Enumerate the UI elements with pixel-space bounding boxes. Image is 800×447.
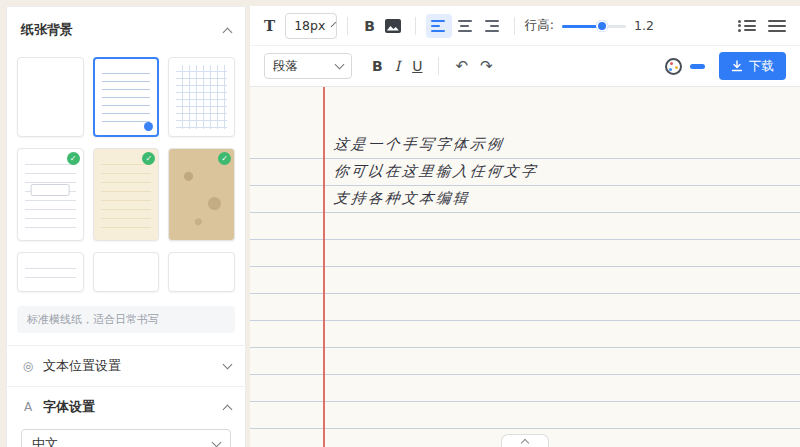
position-icon: ◎ [21, 359, 35, 373]
paper-thumb-partial-2[interactable] [93, 252, 160, 292]
app-root: 纸张背景 ✓ ✓ ✓ [0, 0, 800, 447]
divider [415, 17, 416, 35]
premium-badge-icon: ✓ [67, 152, 80, 165]
paper-thumb-cream[interactable]: ✓ [93, 148, 160, 241]
selected-dot-icon [144, 122, 153, 131]
paper-section-title: 纸张背景 [21, 21, 73, 39]
redo-button[interactable]: ↷ [474, 55, 499, 77]
premium-badge-icon: ✓ [142, 152, 155, 165]
download-icon [731, 60, 743, 72]
section-font-settings[interactable]: A 字体设置 [7, 386, 245, 427]
chevron-down-icon [335, 60, 345, 70]
sidebar: 纸张背景 ✓ ✓ ✓ [6, 6, 246, 447]
expand-panel-tab[interactable] [501, 434, 549, 447]
ruled-lines [250, 158, 800, 447]
bold-button[interactable]: B [366, 54, 389, 78]
editor-canvas[interactable]: 这是一个手写字体示例 你可以在这里输入任何文字 支持各种文本编辑 [250, 87, 800, 447]
paper-label-box [31, 184, 70, 196]
download-button[interactable]: 下载 [719, 52, 786, 80]
download-label: 下载 [749, 58, 774, 75]
paper-thumb-grid[interactable] [168, 57, 235, 137]
toolbar-row-2: 段落 B I U ↶ ↷ 下载 [250, 46, 800, 87]
paragraph-select-value: 段落 [273, 58, 298, 75]
undo-button[interactable]: ↶ [449, 55, 474, 77]
section-font-settings-label: 字体设置 [43, 398, 95, 416]
italic-button[interactable]: I [389, 54, 407, 78]
margin-line [323, 87, 325, 447]
chevron-up-icon [521, 439, 529, 447]
chevron-up-icon [223, 404, 233, 414]
paper-thumbnail-grid: ✓ ✓ ✓ [17, 57, 235, 292]
align-center-button[interactable] [452, 14, 478, 38]
paper-thumb-partial-1[interactable] [17, 252, 84, 292]
font-size-value: 18px [294, 18, 325, 33]
paper-section-header[interactable]: 纸张背景 [7, 7, 245, 45]
align-right-button[interactable] [478, 14, 504, 38]
section-text-position-label: 文本位置设置 [43, 357, 121, 375]
slider-knob[interactable] [596, 20, 608, 32]
font-size-select[interactable]: 18px [285, 13, 337, 39]
bullet-list-icon[interactable] [738, 18, 756, 34]
line-height-slider[interactable] [562, 20, 626, 32]
paper-thumb-lined-label[interactable]: ✓ [17, 148, 84, 241]
paper-thumb-lined-selected[interactable] [93, 57, 160, 137]
chevron-down-icon [212, 438, 222, 447]
language-select-value: 中文 [32, 435, 58, 447]
main-area: T 18px B 行高: 1.2 [250, 6, 800, 447]
chevron-down-icon [223, 360, 233, 370]
bold-button[interactable]: B [358, 14, 381, 38]
lined-paper-preview [102, 66, 151, 128]
grid-paper-preview [176, 65, 227, 129]
paper-thumb-blank[interactable] [17, 57, 84, 137]
paragraph-select[interactable]: 段落 [264, 53, 352, 79]
line-height-value: 1.2 [634, 18, 654, 33]
line-height-label: 行高: [525, 17, 554, 34]
paper-description: 标准横线纸，适合日常书写 [17, 306, 235, 333]
ordered-list-icon[interactable] [768, 18, 786, 34]
divider [438, 57, 439, 75]
handwritten-text-line[interactable]: 支持各种文本编辑 [332, 185, 471, 212]
font-icon: A [21, 400, 35, 414]
premium-badge-icon: ✓ [218, 152, 231, 165]
color-palette-icon[interactable] [665, 58, 682, 75]
current-color-swatch[interactable] [690, 64, 705, 69]
align-left-button[interactable] [426, 14, 452, 38]
chevron-down-icon [331, 21, 337, 27]
paper-thumb-partial-3[interactable] [168, 252, 235, 292]
chevron-up-icon [223, 27, 233, 37]
toolbar-row-1: T 18px B 行高: 1.2 [250, 6, 800, 46]
handwritten-text-line[interactable]: 这是一个手写字体示例 [332, 131, 505, 158]
language-select[interactable]: 中文 [21, 429, 231, 447]
underline-button[interactable]: U [406, 54, 428, 78]
cream-paper-preview [101, 156, 152, 233]
section-text-position[interactable]: ◎ 文本位置设置 [7, 345, 245, 386]
handwritten-text-line[interactable]: 你可以在这里输入任何文字 [332, 158, 539, 185]
text-tool-icon[interactable]: T [264, 17, 275, 35]
paper-thumb-kraft[interactable]: ✓ [168, 148, 235, 241]
divider [347, 17, 348, 35]
divider [514, 17, 515, 35]
image-icon[interactable] [385, 19, 401, 33]
lined-paper-preview [25, 260, 76, 284]
